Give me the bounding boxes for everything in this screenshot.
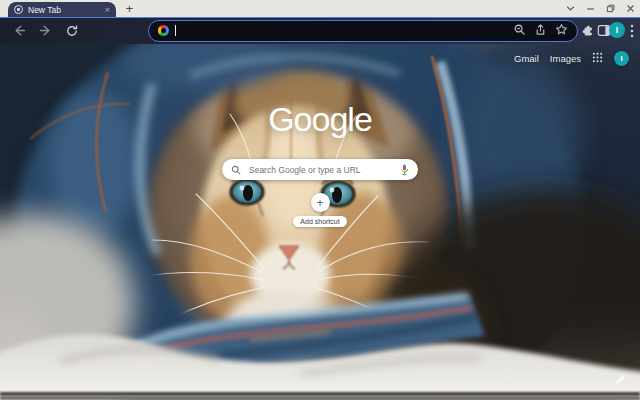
zoom-magnifier-icon[interactable] (513, 22, 526, 40)
tab-title: New Tab (28, 5, 99, 15)
ntp-top-links: Gmail Images I (514, 49, 629, 67)
chevron-down-icon[interactable] (566, 5, 575, 12)
add-shortcut-label: Add shortcut (293, 216, 346, 227)
toolbar: I (0, 17, 640, 44)
add-shortcut: + Add shortcut (0, 193, 640, 227)
customize-pencil-icon[interactable] (614, 372, 627, 390)
text-caret (175, 25, 176, 36)
back-button[interactable] (10, 22, 28, 40)
google-g-icon (158, 25, 169, 36)
new-tab-page: Gmail Images I Google (0, 44, 640, 400)
search-magnifier-icon (231, 165, 241, 175)
active-tab[interactable]: New Tab × (8, 2, 116, 17)
forward-button[interactable] (36, 22, 54, 40)
apps-grid-icon[interactable] (592, 49, 603, 67)
search-bar[interactable] (222, 159, 418, 180)
share-icon[interactable] (534, 22, 547, 40)
tab-close-icon[interactable]: × (104, 5, 110, 15)
mic-icon[interactable] (400, 164, 409, 176)
bookmark-star-icon[interactable] (555, 22, 568, 40)
browser-window: New Tab × + (0, 0, 640, 400)
new-tab-button[interactable]: + (121, 0, 138, 17)
close-icon[interactable] (626, 4, 635, 13)
reload-button[interactable] (63, 22, 81, 40)
gmail-link[interactable]: Gmail (514, 53, 539, 64)
omnibox-input[interactable] (182, 25, 507, 37)
google-logo: Google (0, 100, 640, 139)
images-link[interactable]: Images (550, 53, 581, 64)
search-input[interactable] (247, 164, 394, 176)
omnibox[interactable] (148, 20, 578, 42)
tab-favicon-icon (14, 5, 23, 14)
window-controls (566, 0, 635, 17)
restore-icon[interactable] (606, 4, 615, 13)
minimize-icon[interactable] (586, 5, 595, 12)
profile-avatar[interactable]: I (609, 22, 625, 38)
tab-strip: New Tab × + (0, 0, 640, 17)
ntp-profile-avatar[interactable]: I (614, 51, 629, 66)
add-shortcut-button[interactable]: + (311, 193, 330, 212)
three-dot-menu-icon[interactable] (626, 22, 638, 40)
omnibox-icons (513, 22, 568, 40)
